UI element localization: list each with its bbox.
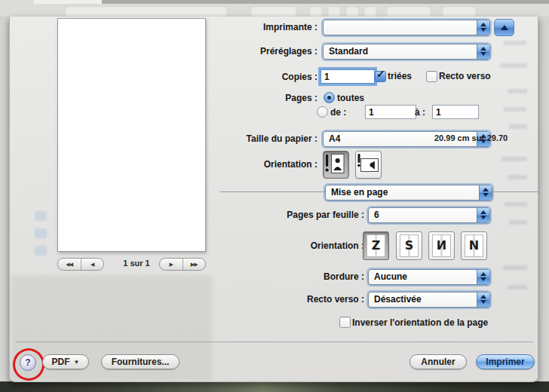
pdf-menu-button[interactable]: PDF ▼ xyxy=(42,354,89,369)
background-ghost-row xyxy=(508,89,527,93)
background-ghost-row xyxy=(509,220,527,225)
background-ghost-icon xyxy=(35,246,47,256)
background-ghost-toolbar-item xyxy=(65,6,228,17)
background-ghost-row xyxy=(501,157,527,161)
copies-input[interactable] xyxy=(321,69,375,84)
collated-checkbox[interactable]: ✓ xyxy=(375,71,386,82)
direction-s-icon: S xyxy=(405,240,414,252)
pages-from-label: de : xyxy=(330,107,346,118)
background-ghost-row xyxy=(508,175,527,179)
collated-label: triées xyxy=(388,71,412,81)
landscape-orientation-icon xyxy=(356,152,379,176)
footer-divider xyxy=(16,341,533,342)
reverse-orientation-label: Inverser l'orientation de la page xyxy=(352,317,488,328)
landscape-orientation-button[interactable] xyxy=(355,151,382,179)
supplies-button-label: Fournitures... xyxy=(112,357,170,367)
popup-stepper-icon xyxy=(477,292,489,307)
layout-direction-n-button[interactable]: N xyxy=(461,231,487,260)
direction-z-icon: Z xyxy=(372,240,381,252)
direction-n-icon: N xyxy=(469,240,479,252)
last-page-icon: ▶▶ xyxy=(191,262,198,268)
nav-first-page-button[interactable]: ◀◀ xyxy=(58,259,81,270)
pages-label: Pages : xyxy=(167,93,317,103)
print-button[interactable]: Imprimer xyxy=(476,354,535,369)
pages-all-radio[interactable] xyxy=(324,92,335,103)
layout-direction-label: Orientation : xyxy=(213,240,364,251)
nup-page-icon: S xyxy=(400,234,419,257)
direction-reverse-n-icon: И xyxy=(437,240,446,252)
pages-from-input[interactable] xyxy=(365,105,416,119)
pages-per-sheet-select[interactable]: 6 xyxy=(368,207,490,223)
pages-range-radio[interactable] xyxy=(317,106,328,118)
background-ghost-toolbar-item xyxy=(327,6,341,17)
background-ghost-icon xyxy=(35,211,47,221)
popup-stepper-icon xyxy=(479,185,492,200)
chevron-down-icon: ▼ xyxy=(74,359,80,366)
background-ghost-row xyxy=(504,107,526,112)
print-dialog: ◀◀ ◀ 1 sur 1 ▶ ▶▶ Imprimante : Préréglag… xyxy=(9,17,538,382)
nup-page-icon: И xyxy=(432,234,451,257)
two-sided-value: Désactivée xyxy=(374,294,422,305)
pdf-button-label: PDF xyxy=(52,357,70,367)
reverse-orientation-checkbox[interactable] xyxy=(339,317,351,328)
background-ghost-row xyxy=(505,202,527,207)
border-value: Aucune xyxy=(374,271,407,282)
pages-to-input[interactable] xyxy=(432,105,479,119)
presets-label: Préréglages : xyxy=(167,46,317,57)
page-indicator: 1 sur 1 xyxy=(106,259,167,268)
duplex-checkbox[interactable] xyxy=(426,71,437,82)
background-ghost-row xyxy=(500,63,527,68)
pane-value: Mise en page xyxy=(331,187,388,198)
background-ghost-toolbar-item xyxy=(250,6,297,17)
radio-dot-icon xyxy=(327,96,331,100)
nav-previous-page-button[interactable]: ◀ xyxy=(81,259,104,270)
pages-per-sheet-label: Pages par feuille : xyxy=(213,210,364,220)
background-ghost-toolbar-item xyxy=(363,6,377,17)
supplies-button[interactable]: Fournitures... xyxy=(101,354,179,369)
background-ghost-icon xyxy=(35,228,47,238)
background-ghost-toolbar-item xyxy=(442,6,477,17)
background-ghost-row xyxy=(509,124,527,129)
previous-page-icon: ◀ xyxy=(90,262,94,268)
copies-label: Copies : xyxy=(167,72,317,82)
presets-select[interactable]: Standard xyxy=(323,44,490,60)
background-ghost-toolbar-item xyxy=(345,6,359,17)
check-icon: ✓ xyxy=(376,68,385,80)
nav-last-page-button[interactable]: ▶▶ xyxy=(182,259,206,270)
background-ghost-toolbar-item xyxy=(386,6,431,17)
layout-direction-s-button[interactable]: S xyxy=(396,231,422,260)
pages-per-sheet-value: 6 xyxy=(374,210,379,220)
portrait-orientation-button[interactable] xyxy=(323,151,349,179)
background-window-edge xyxy=(34,0,102,4)
pages-to-label: à : xyxy=(415,107,425,118)
orientation-label: Orientation : xyxy=(167,159,317,170)
layout-direction-reverse-n-button[interactable]: И xyxy=(428,231,455,260)
cancel-button-label: Annuler xyxy=(421,357,455,367)
background-ghost-row xyxy=(504,41,526,45)
paper-size-label: Taille du papier : xyxy=(167,133,317,144)
paper-dimensions: 20.99 cm sur 29.70 xyxy=(434,133,508,142)
two-sided-label: Recto verso : xyxy=(213,294,364,305)
annotation-circle xyxy=(13,348,44,381)
portrait-orientation-icon xyxy=(324,152,347,176)
paper-size-value: A4 xyxy=(329,133,340,144)
background-window-edge xyxy=(102,0,549,4)
printer-select[interactable] xyxy=(323,20,490,35)
nav-next-page-button[interactable]: ▶ xyxy=(160,259,182,270)
screen: ◀◀ ◀ 1 sur 1 ▶ ▶▶ Imprimante : Préréglag… xyxy=(0,0,549,392)
pane-select[interactable]: Mise en page xyxy=(325,185,492,201)
two-sided-select[interactable]: Désactivée xyxy=(368,292,490,308)
pages-all-label: toutes xyxy=(337,93,364,103)
layout-direction-z-button[interactable]: Z xyxy=(363,231,389,260)
border-label: Bordure : xyxy=(213,271,364,282)
border-select[interactable]: Aucune xyxy=(368,269,490,285)
collapse-dialog-button[interactable] xyxy=(494,19,514,36)
print-button-label: Imprimer xyxy=(486,357,524,367)
preview-nav-forward-group: ▶ ▶▶ xyxy=(159,258,206,271)
cancel-button[interactable]: Annuler xyxy=(409,354,467,369)
popup-stepper-icon xyxy=(477,270,489,284)
popup-stepper-icon xyxy=(477,208,489,222)
background-window-toolbar xyxy=(0,0,549,17)
background-ghost-row xyxy=(508,285,527,289)
popup-stepper-icon xyxy=(477,44,489,59)
